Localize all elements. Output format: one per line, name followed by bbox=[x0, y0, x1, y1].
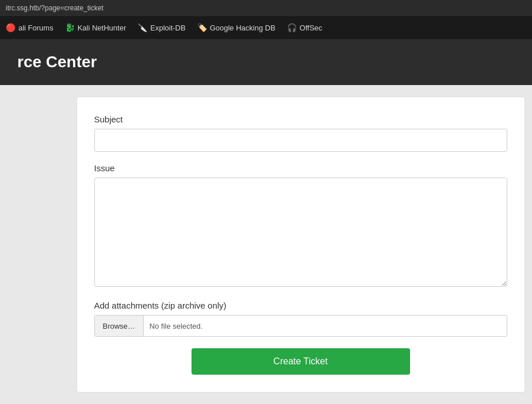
forums-icon: 🔴 bbox=[6, 23, 16, 32]
page-title: rce Center bbox=[17, 53, 97, 71]
issue-textarea[interactable] bbox=[94, 178, 507, 287]
issue-group: Issue bbox=[94, 163, 507, 289]
form-container: Subject Issue Add attachments (zip archi… bbox=[76, 97, 525, 393]
main-content: Subject Issue Add attachments (zip archi… bbox=[0, 85, 532, 404]
create-ticket-button[interactable]: Create Ticket bbox=[192, 348, 410, 375]
nav-nethunter-label: Kali NetHunter bbox=[78, 24, 127, 32]
exploit-db-icon: 🔪 bbox=[137, 23, 147, 32]
nav-item-offsec[interactable]: 🎧 OffSec bbox=[287, 23, 323, 32]
offsec-icon: 🎧 bbox=[287, 23, 297, 32]
google-hacking-db-icon: 🏷️ bbox=[197, 23, 207, 32]
subject-input[interactable] bbox=[94, 129, 507, 152]
nav-offsec-label: OffSec bbox=[300, 24, 323, 32]
browse-button[interactable]: Browse… bbox=[95, 315, 144, 336]
nav-item-forums[interactable]: 🔴 ali Forums bbox=[6, 23, 53, 32]
file-name-display: No file selected. bbox=[144, 322, 507, 330]
issue-label: Issue bbox=[94, 163, 507, 173]
url-bar: itrc.ssg.htb/?page=create_ticket bbox=[6, 4, 104, 12]
subject-group: Subject bbox=[94, 114, 507, 152]
subject-label: Subject bbox=[94, 114, 507, 124]
submit-row: Create Ticket bbox=[94, 348, 507, 375]
nav-exploit-db-label: Exploit-DB bbox=[150, 24, 185, 32]
nav-google-hacking-db-label: Google Hacking DB bbox=[210, 24, 275, 32]
nav-forums-label: ali Forums bbox=[18, 24, 53, 32]
attachments-label: Add attachments (zip archive only) bbox=[94, 301, 507, 310]
attachments-group: Add attachments (zip archive only) Brows… bbox=[94, 301, 507, 337]
nav-bar: 🔴 ali Forums 🐉 Kali NetHunter 🔪 Exploit-… bbox=[0, 16, 532, 39]
nav-item-nethunter[interactable]: 🐉 Kali NetHunter bbox=[65, 23, 127, 32]
nav-item-google-hacking-db[interactable]: 🏷️ Google Hacking DB bbox=[197, 23, 275, 32]
nav-item-exploit-db[interactable]: 🔪 Exploit-DB bbox=[137, 23, 185, 32]
file-input-row: Browse… No file selected. bbox=[94, 315, 507, 337]
nethunter-icon: 🐉 bbox=[65, 23, 75, 32]
page-header: rce Center bbox=[0, 39, 532, 85]
browser-bar: itrc.ssg.htb/?page=create_ticket bbox=[0, 0, 532, 16]
